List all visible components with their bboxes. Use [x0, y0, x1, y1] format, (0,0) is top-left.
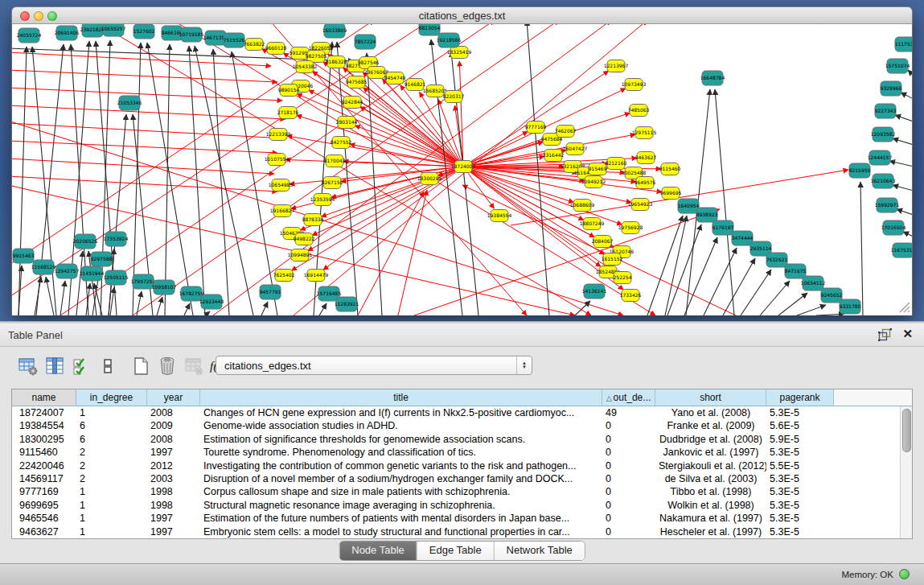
column-header-pagerank[interactable]: pagerank: [766, 389, 834, 406]
network-node[interactable]: 16914479: [304, 270, 329, 282]
tab-edge-table[interactable]: Edge Table: [417, 542, 494, 560]
tab-node-table[interactable]: Node Table: [339, 542, 417, 560]
rows-icon[interactable]: [96, 355, 120, 377]
network-node[interactable]: 2316442: [543, 150, 565, 162]
network-node[interactable]: 10107554: [265, 154, 290, 166]
network-node[interactable]: 9915463: [13, 249, 35, 263]
network-node[interactable]: 19384554: [487, 210, 512, 222]
network-node[interactable]: 18300295: [417, 173, 442, 185]
network-node[interactable]: 21053346: [117, 96, 142, 110]
network-node[interactable]: 10654112: [801, 276, 826, 290]
network-node[interactable]: 8215955: [849, 163, 871, 178]
network-node[interactable]: 9331780: [840, 299, 861, 314]
network-node[interactable]: 12213967: [604, 60, 629, 72]
network-node[interactable]: 9649576: [634, 177, 656, 189]
network-node[interactable]: 12505115: [104, 270, 129, 285]
table-row[interactable]: 946362711997Embryonic stem cells: a mode…: [12, 525, 901, 538]
network-node[interactable]: 18724007: [451, 161, 476, 173]
close-panel-icon[interactable]: ✕: [902, 327, 913, 341]
network-node[interactable]: 10994891: [288, 249, 313, 262]
float-window-icon[interactable]: [878, 328, 892, 341]
validate-rows-icon[interactable]: [69, 355, 93, 377]
network-node[interactable]: 7485063: [628, 105, 650, 117]
network-node[interactable]: 8186328: [326, 56, 347, 68]
network-node[interactable]: 8938923: [696, 208, 718, 222]
network-node[interactable]: 24055724: [17, 28, 42, 43]
network-node[interactable]: 8427552: [331, 137, 352, 149]
network-node[interactable]: 12923448: [199, 295, 224, 309]
network-node[interactable]: 11675312: [891, 243, 913, 257]
network-node[interactable]: 10949212: [581, 176, 606, 188]
network-node[interactable]: 15751074: [885, 59, 910, 73]
network-node[interactable]: 19166827: [270, 205, 295, 217]
network-node[interactable]: 9498222: [294, 233, 315, 245]
network-node[interactable]: 18807249: [580, 218, 605, 230]
network-node[interactable]: 2803144: [336, 117, 358, 129]
network-node[interactable]: 9777169: [525, 122, 547, 134]
network-node[interactable]: 11283921: [335, 297, 359, 311]
network-node[interactable]: 12942757: [55, 264, 80, 278]
table-row[interactable]: 1456911722003Disruption of a novel membe…: [12, 472, 901, 485]
network-node[interactable]: 12093582: [871, 127, 896, 142]
network-node[interactable]: 11568129: [31, 260, 56, 274]
table-row[interactable]: 1830029562008Estimation of significance …: [12, 433, 901, 446]
network-node[interactable]: 1615152: [602, 253, 623, 266]
network-node[interactable]: 10688609: [570, 200, 595, 212]
network-node[interactable]: 10958107: [152, 280, 177, 295]
resize-grip-icon[interactable]: [900, 303, 910, 312]
network-node[interactable]: 8878334: [302, 214, 324, 226]
network-node[interactable]: 9245652: [821, 288, 843, 303]
table-row[interactable]: 946554611997Estimation of the future num…: [12, 512, 901, 525]
network-node[interactable]: 8454749: [384, 72, 406, 84]
column-header-short[interactable]: short: [655, 389, 766, 406]
network-node[interactable]: 14136141: [582, 284, 607, 299]
network-node[interactable]: 8267150: [322, 177, 343, 189]
network-node[interactable]: 10543382: [293, 61, 318, 73]
network-node[interactable]: 9329966: [881, 81, 902, 96]
network-node[interactable]: 10654985: [269, 179, 294, 192]
network-node[interactable]: 7663822: [244, 39, 265, 51]
network-node[interactable]: 12213399: [266, 129, 291, 141]
window-titlebar[interactable]: citations_edges.txt: [11, 6, 913, 24]
network-node[interactable]: 19218586: [437, 33, 462, 47]
network-node[interactable]: 9475685: [346, 76, 368, 89]
network-node[interactable]: 9227343: [875, 104, 897, 118]
table-vertical-scrollbar[interactable]: [900, 406, 912, 538]
network-node[interactable]: 9457791: [260, 285, 281, 299]
network-node[interactable]: 9297588: [91, 252, 113, 266]
network-node[interactable]: 7857224: [355, 35, 376, 49]
network-node[interactable]: 19654923: [628, 199, 653, 211]
column-header-year[interactable]: year: [147, 389, 200, 406]
network-node[interactable]: 10719185: [179, 27, 204, 42]
network-node[interactable]: 7625402: [273, 270, 295, 282]
network-node[interactable]: 17016504: [881, 220, 906, 235]
column-header-name[interactable]: name: [12, 389, 76, 406]
network-node[interactable]: 8220317: [443, 91, 465, 103]
memory-status-icon[interactable]: [899, 569, 910, 579]
network-node[interactable]: 8212160: [606, 158, 627, 170]
network-node[interactable]: 9115460: [659, 163, 681, 175]
new-table-icon[interactable]: [129, 355, 153, 377]
column-header-in_degree[interactable]: in_degree: [76, 389, 147, 406]
scrollbar-thumb[interactable]: [902, 409, 911, 452]
network-node[interactable]: 7632621: [766, 253, 788, 267]
table-row[interactable]: 2242004622012Investigating the contribut…: [12, 459, 901, 472]
network-node[interactable]: 2084067: [592, 236, 614, 248]
network-node[interactable]: 20691406: [55, 26, 80, 40]
table-row[interactable]: 1872400712008Changes of HCN gene express…: [12, 406, 901, 419]
network-node[interactable]: 16648784: [700, 71, 725, 85]
network-node[interactable]: 11451944: [80, 266, 105, 281]
network-node[interactable]: 2718176: [277, 107, 299, 119]
network-node[interactable]: 6179197: [713, 220, 734, 235]
network-node[interactable]: 7462067: [555, 126, 577, 138]
network-canvas[interactable]: 1872400776638229660128591295418226058982…: [11, 24, 913, 315]
network-node[interactable]: 17353924: [104, 232, 129, 246]
network-node[interactable]: 9699695: [660, 187, 682, 200]
network-node[interactable]: 252254: [614, 272, 632, 284]
network-node[interactable]: 15992971: [875, 198, 900, 212]
table-row[interactable]: 977716911998Corpus callosum shape and si…: [12, 485, 901, 498]
delete-trash-icon[interactable]: [155, 355, 179, 377]
column-header-title[interactable]: title: [200, 389, 602, 406]
network-node[interactable]: 3474444: [732, 231, 754, 245]
network-node[interactable]: 10655257: [101, 24, 126, 36]
